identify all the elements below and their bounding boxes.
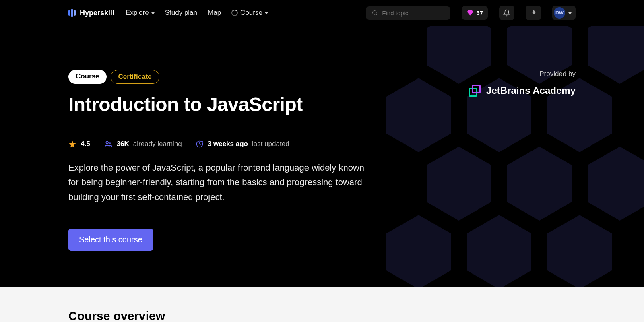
chevron-down-icon: [568, 12, 572, 14]
provider-name: JetBrains Academy: [486, 85, 576, 96]
user-menu[interactable]: DW: [552, 6, 576, 20]
app-header: Hyperskill Explore Study plan Map Course…: [0, 0, 644, 26]
svg-point-0: [373, 11, 376, 14]
avatar-initials: DW: [555, 10, 564, 16]
brand-name: Hyperskill: [80, 9, 114, 17]
nav-map-label: Map: [208, 9, 221, 17]
svg-point-2: [106, 142, 108, 144]
main-nav: Explore Study plan Map Course: [126, 9, 268, 17]
gems-count: 57: [476, 10, 483, 17]
nav-study-plan[interactable]: Study plan: [165, 9, 197, 17]
course-description: Explore the power of JavaScript, a popul…: [68, 161, 374, 204]
course-badge: Course: [68, 70, 107, 84]
learners-count: 36K: [117, 140, 129, 148]
course-meta: 4.5 36K already learning 3 weeks ago las…: [68, 140, 374, 149]
users-icon: [104, 140, 113, 149]
avatar: DW: [554, 7, 565, 19]
certificate-badge: Certificate: [111, 70, 159, 84]
search-box[interactable]: [366, 6, 450, 20]
hero-main: Course Certificate Introduction to JavaS…: [68, 70, 374, 251]
select-course-button[interactable]: Select this course: [68, 229, 153, 251]
overview-heading: Course overview: [68, 309, 576, 322]
flame-icon: [530, 9, 537, 17]
gems-chip[interactable]: 57: [462, 6, 488, 20]
provider-label: Provided by: [469, 70, 576, 78]
provider-row[interactable]: JetBrains Academy: [469, 85, 576, 97]
updated-label: last updated: [252, 140, 289, 148]
learners-item: 36K already learning: [104, 140, 182, 149]
nav-map[interactable]: Map: [208, 9, 221, 17]
nav-course[interactable]: Course: [231, 9, 268, 17]
nav-study-plan-label: Study plan: [165, 9, 197, 17]
spinner-icon: [231, 10, 238, 16]
provider-block: Provided by JetBrains Academy: [469, 70, 576, 97]
nav-course-label: Course: [240, 9, 262, 17]
logo-icon: [68, 9, 76, 17]
search-icon: [372, 10, 378, 16]
bell-icon: [503, 9, 510, 17]
page-title: Introduction to JavaScript: [68, 93, 374, 116]
jetbrains-logo-icon: [469, 85, 481, 97]
nav-explore-label: Explore: [126, 9, 149, 17]
svg-point-3: [109, 142, 111, 144]
rating-value: 4.5: [80, 140, 90, 148]
overview-section: Course overview: [0, 287, 644, 322]
search-input[interactable]: [382, 10, 445, 17]
hero-section: Course Certificate Introduction to JavaS…: [0, 26, 644, 287]
star-icon: [68, 140, 76, 148]
notifications-button[interactable]: [499, 6, 514, 20]
nav-explore[interactable]: Explore: [126, 9, 155, 17]
updated-item: 3 weeks ago last updated: [196, 140, 289, 148]
clock-icon: [196, 140, 204, 148]
chevron-down-icon: [265, 12, 268, 14]
svg-line-1: [376, 14, 377, 15]
streak-button[interactable]: [526, 6, 541, 20]
learners-label: already learning: [133, 140, 182, 148]
brand-logo[interactable]: Hyperskill: [68, 9, 114, 17]
rating-item: 4.5: [68, 140, 90, 148]
chevron-down-icon: [151, 12, 155, 14]
gem-icon: [466, 9, 474, 17]
updated-value: 3 weeks ago: [208, 140, 248, 148]
badge-row: Course Certificate: [68, 70, 374, 84]
